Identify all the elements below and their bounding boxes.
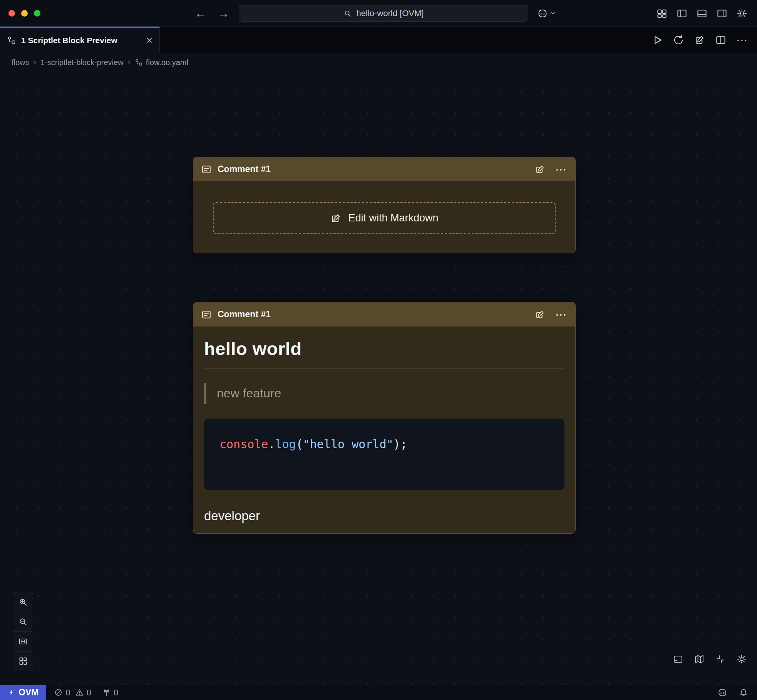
tab-bar: 1 Scriptlet Block Preview ×: [0, 27, 757, 53]
edit-comment-icon[interactable]: [534, 309, 545, 320]
code-token: (: [296, 437, 303, 451]
comment-more-icon[interactable]: ⋯: [555, 164, 568, 175]
tab-label: 1 Scriptlet Block Preview: [21, 36, 117, 45]
zoom-window-button[interactable]: [34, 10, 40, 17]
canvas-zoom-toolbar: [13, 592, 33, 671]
markdown-code-block: console.log("hello world");: [204, 419, 564, 490]
comment-node-empty[interactable]: Comment #1 ⋯ Edit with Markdown: [193, 157, 576, 253]
notifications-bell-icon[interactable]: [739, 688, 749, 698]
scriptlet-flow-icon: [135, 59, 143, 67]
breadcrumb-flows[interactable]: flows: [12, 58, 29, 67]
warning-icon: [75, 688, 84, 697]
window-controls: [8, 0, 40, 27]
markdown-heading: hello world: [204, 338, 564, 359]
breadcrumb-separator: ›: [33, 57, 36, 67]
fit-width-icon: [18, 636, 28, 646]
zoom-in-icon: [18, 597, 28, 607]
remote-label: OVM: [18, 687, 39, 698]
tab-close-icon[interactable]: ×: [146, 35, 152, 46]
canvas-bottom-right-tools: [673, 654, 747, 665]
layout-grid-icon: [18, 656, 28, 666]
close-window-button[interactable]: [8, 10, 15, 17]
errors-count: 0: [65, 688, 70, 698]
breadcrumb-file[interactable]: flow.oo.yaml: [135, 58, 188, 67]
comment-title: Comment #1: [218, 309, 271, 320]
comment-node-header[interactable]: Comment #1 ⋯: [193, 302, 575, 327]
copilot-status-icon[interactable]: [717, 687, 728, 698]
comment-icon: [201, 164, 212, 175]
chevron-down-icon: [550, 10, 556, 16]
zoom-out-icon: [18, 617, 28, 627]
forward-button[interactable]: →: [218, 7, 229, 20]
code-token: console: [219, 437, 268, 451]
comment-title: Comment #1: [218, 164, 271, 174]
split-editor-icon[interactable]: [715, 34, 727, 46]
canvas-settings-gear-icon[interactable]: [736, 654, 747, 665]
remote-bolt-icon: [8, 689, 15, 696]
heading-divider: [204, 368, 564, 369]
comment-header-actions: ⋯: [534, 164, 568, 175]
comment-node-body: Edit with Markdown: [193, 181, 575, 253]
fit-view-button[interactable]: [13, 631, 33, 651]
breadcrumb-file-label: flow.oo.yaml: [146, 58, 188, 67]
problems-summary: 0 0 0: [54, 688, 118, 698]
edit-with-markdown-label: Edit with Markdown: [348, 212, 438, 224]
minimize-window-button[interactable]: [21, 10, 28, 17]
warnings-item[interactable]: 0: [75, 688, 91, 698]
toggle-sidebar-left-icon[interactable]: [676, 8, 688, 19]
minimap-icon[interactable]: [694, 654, 705, 665]
comment-more-icon[interactable]: ⋯: [555, 309, 568, 320]
breadcrumb-separator: ›: [128, 57, 131, 67]
zoom-in-button[interactable]: [13, 592, 33, 612]
edit-comment-icon[interactable]: [534, 164, 545, 175]
command-center-search[interactable]: hello-world [OVM]: [239, 5, 528, 22]
rerun-icon[interactable]: [673, 34, 684, 46]
errors-item[interactable]: 0: [54, 688, 70, 698]
ports-item[interactable]: 0: [102, 688, 118, 698]
comment-header-actions: ⋯: [534, 309, 568, 320]
code-token: "hello world": [303, 437, 394, 451]
breadcrumb: flows › 1-scriptlet-block-preview › flow…: [0, 53, 188, 72]
search-icon: [343, 9, 352, 18]
auto-layout-button[interactable]: [13, 651, 33, 671]
edit-with-markdown-button[interactable]: Edit with Markdown: [213, 202, 556, 234]
breadcrumb-folder[interactable]: 1-scriptlet-block-preview: [40, 58, 124, 67]
collapse-view-icon[interactable]: [715, 654, 726, 665]
search-value: hello-world [OVM]: [357, 8, 424, 18]
open-preview-icon[interactable]: [694, 34, 705, 46]
remote-indicator[interactable]: OVM: [0, 685, 46, 700]
customize-layout-icon[interactable]: [656, 8, 668, 19]
editor-actions: ⋯: [651, 27, 749, 53]
back-button[interactable]: ←: [195, 7, 207, 20]
comment-node-rendered[interactable]: Comment #1 ⋯ hello world new feature con…: [193, 302, 576, 534]
zoom-out-button[interactable]: [13, 612, 33, 631]
settings-gear-icon[interactable]: [736, 8, 748, 19]
comment-markdown-body: hello world new feature console.log("hel…: [193, 327, 575, 533]
code-token: log: [275, 437, 296, 451]
markdown-footer-text: developer: [204, 509, 564, 523]
layout-controls: [656, 0, 748, 27]
toggle-console-icon[interactable]: [673, 654, 683, 665]
edit-markdown-icon: [330, 213, 342, 224]
history-nav: ← →: [195, 0, 229, 27]
tab-scriptlet-block-preview[interactable]: 1 Scriptlet Block Preview ×: [0, 27, 160, 53]
scriptlet-flow-icon: [7, 36, 16, 45]
toggle-panel-bottom-icon[interactable]: [696, 8, 708, 19]
titlebar: ← → hello-world [OVM]: [0, 0, 757, 27]
comment-icon: [201, 309, 212, 320]
markdown-blockquote: new feature: [204, 383, 564, 404]
statusbar: OVM 0 0 0: [0, 685, 757, 700]
radio-tower-icon: [102, 688, 111, 697]
error-icon: [54, 688, 63, 697]
code-token: );: [394, 437, 407, 451]
statusbar-right: [717, 687, 757, 698]
run-flow-icon[interactable]: [651, 34, 663, 46]
toggle-sidebar-right-icon[interactable]: [716, 8, 728, 19]
ports-count: 0: [114, 688, 118, 698]
copilot-icon: [537, 8, 548, 19]
warnings-count: 0: [87, 688, 91, 698]
copilot-menu[interactable]: [537, 0, 556, 27]
comment-node-header[interactable]: Comment #1 ⋯: [193, 157, 575, 181]
editor-more-actions-icon[interactable]: ⋯: [736, 34, 749, 46]
code-token: .: [268, 437, 275, 451]
